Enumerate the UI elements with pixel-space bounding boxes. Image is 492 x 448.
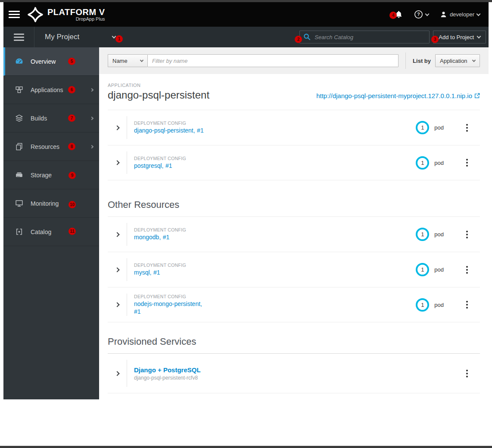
masthead: PLATFORM V DropApp Plus ? [3, 2, 489, 27]
sidebar-item-resources[interactable]: Resources [3, 133, 99, 161]
app-frame: PLATFORM V DropApp Plus ? [3, 2, 489, 448]
chevron-down-icon [477, 34, 481, 39]
deployment-revision-link[interactable]: #1 [163, 234, 170, 241]
annotation-badge-10: 10 [69, 201, 76, 208]
expand-row-button[interactable] [108, 161, 127, 164]
annotation-badge-2: 2 [295, 36, 302, 43]
kebab-menu-icon[interactable] [466, 370, 468, 377]
sidebar-item-label: Storage [31, 172, 52, 179]
sidebar-item-builds[interactable]: Builds [3, 104, 99, 133]
project-selector[interactable]: My Project [34, 33, 115, 41]
hamburger-bar [14, 40, 24, 41]
toolbar-divider [405, 53, 406, 69]
application-kind-label: APPLICATION [108, 83, 209, 88]
row-divider [127, 258, 127, 281]
add-to-project-button[interactable]: Add to Project [433, 31, 486, 43]
chevron-right-icon [115, 267, 119, 272]
kebab-menu-icon[interactable] [466, 124, 468, 132]
provisioned-service-link[interactable]: Django + PostgreSQL [134, 366, 201, 374]
deployment-info: DEPLOYMENT CONFIG mongodb, #1 [134, 227, 204, 241]
kebab-menu-icon[interactable] [466, 266, 468, 274]
deployment-row: DEPLOYMENT CONFIG nodejs-mongo-persisten… [108, 287, 480, 322]
deployment-list: DEPLOYMENT CONFIG django-psql-persistent… [108, 110, 480, 180]
deployment-info: DEPLOYMENT CONFIG mysql, #1 [134, 263, 204, 276]
chevron-down-icon [472, 58, 476, 62]
application-name: django-psql-persistent [108, 89, 209, 101]
sidebar-item-label: Applications [31, 87, 63, 93]
monitor-icon [15, 199, 25, 208]
sidebar-toggle-button[interactable] [3, 27, 34, 47]
row-divider [127, 151, 127, 174]
pod-count-donut[interactable]: 1 [416, 263, 429, 276]
masthead-right: ? developer [395, 10, 482, 19]
pod-count-donut[interactable]: 1 [416, 121, 429, 134]
list-by-select[interactable]: Application [435, 54, 480, 67]
deployment-info: DEPLOYMENT CONFIG django-psql-persistent… [134, 120, 204, 134]
chevron-right-icon [90, 116, 93, 120]
expand-row-button[interactable] [108, 126, 127, 130]
expand-row-button[interactable] [108, 233, 127, 236]
deployment-name-link[interactable]: django-psql-persistent, [134, 127, 195, 134]
deployment-name-link[interactable]: mongodb, [134, 234, 161, 241]
external-link-icon [474, 93, 480, 99]
sidebar-item-storage[interactable]: Storage [3, 161, 99, 189]
expand-row-button[interactable] [108, 372, 127, 375]
application-route-url: http://django-psql-persistent-myproject.… [316, 92, 472, 99]
pod-count: 1 [421, 160, 424, 166]
help-dropdown[interactable]: ? [414, 10, 429, 19]
search-catalog-input[interactable] [299, 31, 430, 43]
pod-count-donut[interactable]: 1 [416, 228, 429, 241]
sidebar-item-applications[interactable]: Applications [3, 76, 99, 104]
deployment-info: DEPLOYMENT CONFIG postgresql, #1 [134, 156, 204, 170]
deployment-revision-link[interactable]: #1 [165, 162, 172, 169]
deployment-row: DEPLOYMENT CONFIG postgresql, #1 1 pod [108, 145, 480, 180]
application-route-link[interactable]: http://django-psql-persistent-myproject.… [316, 92, 480, 101]
masthead-menu-icon[interactable] [9, 11, 20, 18]
overview-content: APPLICATION django-psql-persistent http:… [99, 74, 489, 393]
deployment-name-link[interactable]: postgresql, [134, 162, 163, 169]
pod-label: pod [434, 266, 444, 273]
pod-count: 1 [421, 266, 424, 273]
deployment-row: DEPLOYMENT CONFIG mysql, #1 1 pod [108, 252, 480, 287]
filter-type-select[interactable]: Name [108, 54, 147, 67]
user-dropdown[interactable]: developer [440, 11, 480, 18]
provisioned-services-heading: Provisioned Services [108, 336, 480, 347]
expand-row-button[interactable] [108, 268, 127, 272]
catalog-icon [15, 227, 25, 236]
page: { "masthead": { "brand_title": "PLATFORM… [0, 0, 492, 448]
hamburger-bar [9, 11, 20, 12]
deployment-name-link[interactable]: mysql, [134, 269, 151, 276]
chevron-right-icon [90, 88, 93, 91]
pod-count-donut[interactable]: 1 [416, 156, 429, 170]
deployment-kind-label: DEPLOYMENT CONFIG [134, 120, 204, 126]
sidebar-item-overview[interactable]: Overview [3, 47, 99, 76]
sidebar-item-label: Resources [31, 143, 59, 150]
deployment-name-link[interactable]: nodejs-mongo-persistent, [134, 300, 202, 307]
sidebar-item-catalog[interactable]: Catalog [3, 218, 99, 246]
kebab-menu-icon[interactable] [466, 301, 468, 309]
deployment-revision-link[interactable]: #1 [134, 308, 141, 315]
kebab-menu-icon[interactable] [466, 159, 468, 167]
username-label: developer [450, 11, 474, 18]
filter-by-name-input[interactable] [147, 54, 399, 67]
annotation-badge-11: 11 [69, 228, 76, 235]
hamburger-bar [9, 17, 20, 18]
platform-v-logo-icon [28, 7, 43, 22]
deployment-revision-link[interactable]: #1 [153, 269, 160, 276]
provisioned-service-id: django-psql-persistent-rcfv8 [134, 375, 201, 381]
pod-count: 1 [421, 302, 424, 308]
add-to-project-label: Add to Project [439, 34, 474, 40]
sidebar-item-monitoring[interactable]: Monitoring [3, 189, 99, 218]
pod-count-donut[interactable]: 1 [416, 298, 429, 312]
row-divider [127, 223, 127, 246]
user-icon [440, 11, 447, 18]
annotation-badge-6: 6 [68, 86, 75, 93]
hamburger-bar [14, 34, 24, 35]
other-resources-heading: Other Resources [108, 199, 480, 210]
sidebar: Overview Applications [3, 47, 99, 399]
application-header: APPLICATION django-psql-persistent http:… [108, 83, 480, 101]
kebab-menu-icon[interactable] [466, 231, 468, 238]
deployment-revision-link[interactable]: #1 [197, 127, 204, 134]
list-by-label: List by [413, 58, 431, 64]
expand-row-button[interactable] [108, 303, 127, 306]
